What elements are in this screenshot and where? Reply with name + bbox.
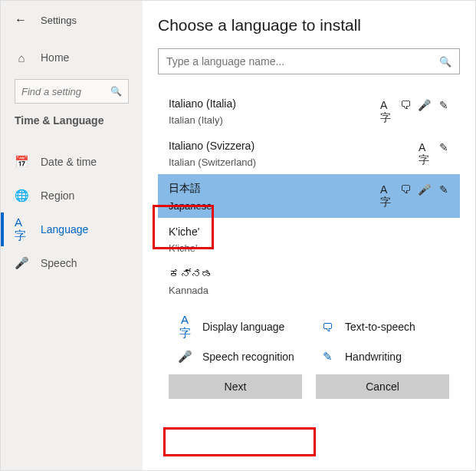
display-language-icon: A字 — [178, 313, 192, 341]
nav-label-date: Date & time — [41, 156, 97, 168]
language-search-input[interactable] — [166, 55, 396, 68]
display-language-icon: A字 — [419, 141, 430, 167]
list-item[interactable]: K'iche' K'iche' — [158, 218, 460, 260]
sidebar-header: ← Settings — [1, 8, 143, 41]
legend-label: Display language — [202, 321, 284, 333]
highlight-box — [163, 427, 316, 456]
text-to-speech-icon: 🗨 — [320, 321, 334, 334]
page-title: Choose a language to install — [158, 16, 460, 35]
sidebar-search-input[interactable] — [21, 86, 106, 97]
list-item[interactable]: 日本語 Japanese A字 🗨 🎤 ✎ — [158, 174, 460, 218]
speech-recognition-icon: 🎤 — [178, 350, 192, 364]
language-native-name: Italiano (Italia) — [169, 97, 236, 110]
nav-label-region: Region — [41, 189, 74, 202]
language-install-panel: Choose a language to install 🔍 Italiano … — [143, 1, 475, 470]
language-native-name: K'iche' — [169, 226, 199, 238]
language-native-name: 日本語 — [169, 182, 212, 196]
list-item[interactable]: ಕನ್ನಡ Kannada — [158, 260, 460, 302]
language-english-name: Italian (Switzerland) — [169, 156, 256, 168]
speech-recognition-icon: 🎤 — [419, 183, 430, 209]
legend-speech: 🎤 Speech recognition — [178, 350, 307, 364]
legend-display: A字 Display language — [178, 313, 307, 341]
nav-label-language: Language — [41, 223, 88, 236]
text-to-speech-icon: 🗨 — [399, 183, 411, 209]
language-english-name: Italian (Italy) — [169, 114, 236, 126]
language-english-name: Japanese — [169, 200, 212, 212]
language-icon: A字 — [15, 216, 28, 243]
language-search[interactable]: 🔍 — [158, 48, 460, 74]
language-english-name: Kannada — [169, 285, 212, 296]
sidebar-item-speech[interactable]: 🎤 Speech — [1, 246, 143, 280]
legend-label: Handwriting — [345, 351, 402, 363]
home-icon: ⌂ — [15, 51, 28, 64]
cancel-button[interactable]: Cancel — [316, 374, 449, 399]
language-native-name: ಕನ್ನಡ — [169, 268, 212, 280]
legend-label: Text-to-speech — [345, 321, 415, 333]
feature-icons: A字 🗨 🎤 ✎ — [380, 97, 449, 125]
globe-icon: 🌐 — [15, 189, 28, 203]
list-item[interactable]: Italiano (Svizzera) Italian (Switzerland… — [158, 132, 460, 174]
language-english-name: K'iche' — [169, 242, 199, 254]
display-language-icon: A字 — [380, 99, 392, 125]
sidebar-section-title: Time & Language — [1, 114, 143, 137]
feature-icons: A字 🗨 🎤 ✎ — [380, 182, 449, 209]
handwriting-icon: ✎ — [438, 183, 449, 209]
list-item[interactable]: Italiano (Italia) Italian (Italy) A字 🗨 🎤… — [158, 90, 460, 132]
feature-legend: A字 Display language 🗨 Text-to-speech 🎤 S… — [158, 302, 460, 374]
handwriting-icon: ✎ — [320, 350, 334, 364]
handwriting-icon: ✎ — [438, 99, 449, 125]
home-label: Home — [41, 51, 69, 64]
settings-sidebar: ← Settings ⌂ Home 🔍 Time & Language 📅 Da… — [1, 1, 143, 470]
legend-tts: 🗨 Text-to-speech — [320, 313, 449, 341]
text-to-speech-icon: 🗨 — [399, 99, 411, 125]
sidebar-title: Settings — [41, 15, 77, 26]
feature-icons: A字 ✎ — [419, 140, 449, 167]
language-list: Italiano (Italia) Italian (Italy) A字 🗨 🎤… — [158, 84, 460, 302]
sidebar-item-region[interactable]: 🌐 Region — [1, 179, 143, 212]
dialog-buttons: Next Cancel — [158, 374, 460, 399]
sidebar-nav: 📅 Date & time 🌐 Region A字 Language 🎤 Spe… — [1, 145, 143, 280]
legend-label: Speech recognition — [202, 351, 294, 363]
speech-recognition-icon: 🎤 — [419, 99, 430, 125]
list-item[interactable] — [158, 84, 460, 90]
search-icon: 🔍 — [439, 56, 451, 68]
sidebar-search[interactable]: 🔍 — [15, 79, 129, 104]
legend-hand: ✎ Handwriting — [320, 350, 449, 364]
sidebar-item-language[interactable]: A字 Language — [1, 212, 143, 246]
nav-label-speech: Speech — [41, 257, 77, 269]
calendar-icon: 📅 — [15, 155, 28, 169]
handwriting-icon: ✎ — [438, 141, 449, 167]
language-native-name: Italiano (Svizzera) — [169, 140, 256, 152]
microphone-icon: 🎤 — [15, 256, 28, 270]
display-language-icon: A字 — [380, 183, 392, 209]
back-arrow-icon[interactable]: ← — [15, 13, 27, 27]
sidebar-item-date-time[interactable]: 📅 Date & time — [1, 145, 143, 179]
sidebar-item-home[interactable]: ⌂ Home — [1, 41, 143, 74]
search-icon: 🔍 — [110, 86, 122, 97]
next-button[interactable]: Next — [169, 374, 302, 399]
